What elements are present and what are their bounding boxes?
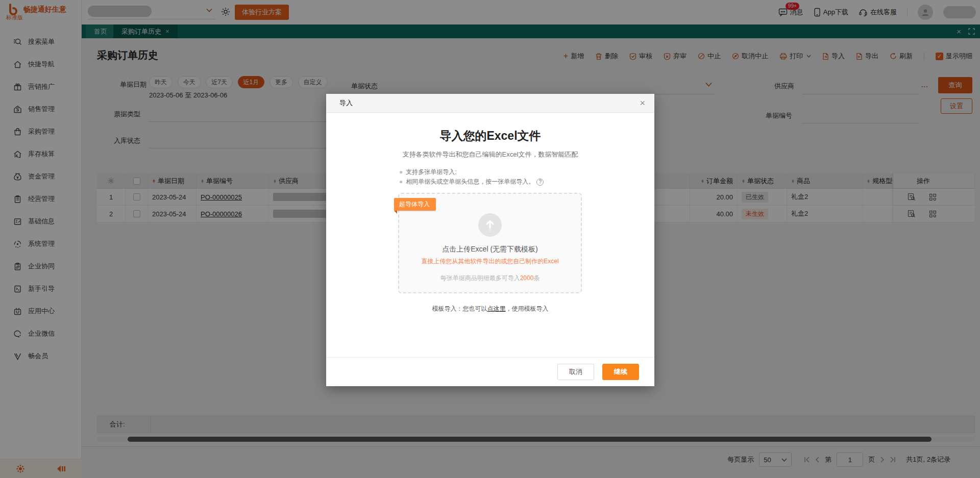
cancel-button[interactable]: 取消 xyxy=(557,364,594,380)
upload-dropzone[interactable]: 超导体导入 点击上传Excel (无需下载模板) 直接上传您从其他软件导出的或您… xyxy=(398,193,582,293)
upload-arrow-icon xyxy=(485,219,495,231)
modal-title-small: 导入 xyxy=(339,98,353,108)
import-title: 导入您的Excel文件 xyxy=(326,128,654,144)
bullet-line: ●支持多张单据导入; xyxy=(399,167,654,177)
superconductor-ribbon: 超导体导入 xyxy=(394,198,436,211)
upload-sub-text: 直接上传您从其他软件导出的或您自己制作的Excel xyxy=(399,257,581,266)
template-import-line: 模板导入：您也可以点这里，使用模板导入 xyxy=(326,305,654,313)
import-modal: 导入 × 导入您的Excel文件 支持各类软件导出和您自己编辑的Excel文件，… xyxy=(326,94,654,386)
continue-button[interactable]: 继续 xyxy=(602,364,639,380)
modal-footer: 取消 继续 xyxy=(326,357,654,386)
help-icon[interactable]: ? xyxy=(536,179,544,186)
modal-body: 导入您的Excel文件 支持各类软件导出和您自己编辑的Excel文件，数据智能匹… xyxy=(326,113,654,357)
bullet-line: ●相同单据头或空单据头信息，按一张单据导入。? xyxy=(399,177,654,187)
bullet-dot: ● xyxy=(399,178,403,185)
bullet-dot: ● xyxy=(399,168,403,175)
close-icon[interactable]: × xyxy=(640,98,645,108)
import-subtitle: 支持各类软件导出和您自己编辑的Excel文件，数据智能匹配 xyxy=(326,150,654,159)
upload-main-text: 点击上传Excel (无需下载模板) xyxy=(399,245,581,254)
template-import-link[interactable]: 点这里 xyxy=(487,305,506,312)
limit-count: 2000 xyxy=(520,274,534,282)
upload-limit-text: 每张单据商品明细最多可导入2000条 xyxy=(399,274,581,283)
modal-header: 导入 × xyxy=(326,94,654,113)
upload-circle xyxy=(478,213,502,237)
import-bullets: ●支持多张单据导入; ●相同单据头或空单据头信息，按一张单据导入。? xyxy=(399,167,654,187)
